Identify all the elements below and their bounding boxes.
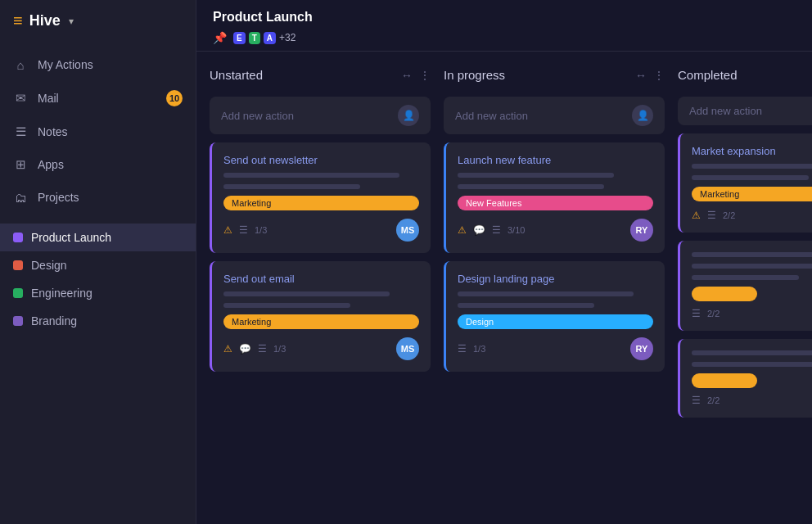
project-dot — [13, 260, 23, 270]
add-action-button[interactable]: Add new action 👤 — [210, 97, 431, 134]
app-title: Hive — [29, 12, 61, 29]
add-action-button[interactable]: Add new action — [678, 97, 812, 125]
sidebar-item-label: Projects — [38, 191, 79, 204]
add-action-button[interactable]: Add new action 👤 — [444, 97, 665, 134]
hive-logo: ≡ Hive ▾ — [13, 11, 74, 30]
list-icon: ☰ — [692, 308, 701, 319]
column-completed: Completed ↔ ⋮ Add new action Market expa… — [678, 65, 812, 418]
card-tag[interactable]: Design — [458, 314, 653, 329]
column-title: Completed — [678, 68, 738, 82]
card-tag[interactable]: New Features — [458, 196, 653, 210]
warning-icon: ⚠ — [223, 224, 232, 236]
mail-icon: ✉ — [13, 91, 28, 106]
card-line — [223, 173, 399, 178]
card-tag[interactable]: Marketing — [223, 314, 419, 329]
expand-icon[interactable]: ↔ — [401, 69, 413, 82]
project-label: Product Launch — [31, 231, 111, 244]
column-header-unstarted: Unstarted ↔ ⋮ — [210, 65, 431, 88]
list-icon: ☰ — [458, 343, 467, 355]
avatar-t: T — [249, 32, 260, 44]
card-avatar: RY — [630, 219, 653, 242]
card-meta: ⚠ 💬 ☰ 3/10 — [458, 224, 525, 236]
more-icon[interactable]: ⋮ — [419, 69, 431, 82]
main-content: Product Launch 📌 E T A +32 Unstarted ↔ ⋮ — [196, 0, 812, 524]
sidebar-item-my-actions[interactable]: ⌂ My Actions — [0, 48, 196, 81]
task-count: 1/3 — [255, 225, 267, 235]
page-title: Product Launch — [213, 10, 796, 25]
task-count: 2/2 — [707, 395, 720, 405]
card-avatar: MS — [396, 219, 419, 242]
sidebar-item-engineering[interactable]: Engineering — [0, 279, 196, 307]
card-send-newsletter: Send out newsletter Marketing ⚠ ☰ 1/3 MS — [210, 142, 431, 253]
sidebar-item-projects[interactable]: 🗂 Projects — [0, 181, 196, 214]
add-action-label: Add new action — [221, 110, 294, 122]
card-market-expansion: Market expansion Marketing ⚠ ☰ 2/2 — [678, 133, 812, 233]
project-dot — [13, 316, 23, 326]
card-line — [692, 264, 812, 269]
card-title[interactable]: Launch new feature — [458, 154, 653, 166]
project-label: Design — [31, 259, 67, 272]
card-line — [692, 362, 812, 367]
card-tag — [692, 287, 757, 301]
sidebar-item-mail[interactable]: ✉ Mail 10 — [0, 81, 196, 115]
column-title: Unstarted — [210, 68, 263, 82]
sidebar-item-notes[interactable]: ☰ Notes — [0, 115, 196, 148]
card-line — [458, 184, 604, 189]
card-meta: ☰ 2/2 — [692, 308, 812, 319]
list-icon: ☰ — [707, 210, 716, 221]
card-title[interactable]: Send out email — [223, 273, 419, 285]
sidebar-nav: ⌂ My Actions ✉ Mail 10 ☰ Notes ⊞ Apps 🗂 … — [0, 42, 196, 220]
pin-icon: 📌 — [213, 31, 227, 44]
list-icon: ☰ — [492, 224, 501, 236]
card-line — [458, 303, 594, 308]
task-count: 1/3 — [273, 344, 286, 354]
warning-icon: ⚠ — [458, 224, 467, 236]
card-title[interactable]: Market expansion — [692, 145, 812, 157]
assignee-avatar: 👤 — [632, 105, 653, 126]
card-line — [692, 275, 799, 280]
column-actions: ↔ ⋮ — [635, 69, 665, 82]
expand-icon[interactable]: ↔ — [635, 69, 647, 82]
project-label: Engineering — [31, 287, 92, 300]
card-completed-3: ☰ 2/2 — [678, 339, 812, 418]
list-icon: ☰ — [692, 395, 701, 406]
column-header-in-progress: In progress ↔ ⋮ — [444, 65, 665, 88]
sidebar-item-branding[interactable]: Branding — [0, 307, 196, 335]
card-send-email: Send out email Marketing ⚠ 💬 ☰ 1/3 MS — [210, 261, 431, 372]
project-dot — [13, 233, 23, 242]
notes-icon: ☰ — [13, 124, 28, 139]
mail-badge: 10 — [166, 90, 183, 106]
apps-icon: ⊞ — [13, 157, 28, 172]
sidebar-header[interactable]: ≡ Hive ▾ — [0, 0, 196, 42]
avatar-group: E T A +32 — [233, 32, 295, 44]
sidebar-item-product-launch[interactable]: Product Launch — [0, 224, 196, 251]
task-count: 3/10 — [508, 225, 525, 235]
column-in-progress: In progress ↔ ⋮ Add new action 👤 Launch … — [444, 65, 665, 372]
card-tag[interactable]: Marketing — [223, 196, 419, 210]
home-icon: ⌂ — [13, 57, 28, 72]
warning-icon: ⚠ — [223, 343, 232, 355]
card-line — [223, 184, 360, 189]
card-footer: ☰ 1/3 RY — [458, 337, 653, 360]
more-icon[interactable]: ⋮ — [653, 69, 665, 82]
card-title[interactable]: Send out newsletter — [223, 154, 419, 166]
chat-icon: 💬 — [239, 343, 251, 355]
avatar-e: E — [233, 32, 246, 44]
card-title[interactable]: Design landing page — [458, 273, 653, 285]
card-meta: ☰ 2/2 — [692, 395, 812, 406]
task-count: 2/2 — [723, 210, 735, 220]
card-line — [692, 175, 809, 180]
card-footer: ⚠ 💬 ☰ 1/3 MS — [223, 337, 419, 360]
card-tag[interactable]: Marketing — [692, 187, 812, 201]
assignee-avatar: 👤 — [398, 105, 419, 126]
sidebar-item-design[interactable]: Design — [0, 251, 196, 279]
folder-icon: 🗂 — [13, 190, 28, 205]
card-launch-feature: Launch new feature New Features ⚠ 💬 ☰ 3/… — [444, 142, 665, 253]
column-unstarted: Unstarted ↔ ⋮ Add new action 👤 Send out … — [210, 65, 431, 372]
chat-icon: 💬 — [473, 224, 485, 236]
sidebar: ≡ Hive ▾ ⌂ My Actions ✉ Mail 10 ☰ Notes … — [0, 0, 196, 524]
card-meta: ☰ 1/3 — [458, 343, 485, 355]
card-meta: ⚠ ☰ 2/2 — [692, 210, 735, 221]
sidebar-item-apps[interactable]: ⊞ Apps — [0, 148, 196, 181]
chevron-down-icon: ▾ — [69, 16, 74, 27]
